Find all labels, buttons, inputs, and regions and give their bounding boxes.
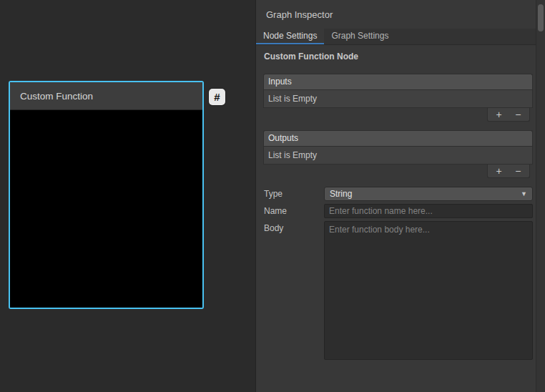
function-name-input[interactable] bbox=[324, 204, 533, 218]
custom-function-node[interactable]: Custom Function bbox=[9, 81, 204, 309]
inputs-list-footer: + − bbox=[263, 108, 533, 122]
type-label: Type bbox=[263, 189, 324, 199]
name-label: Name bbox=[263, 206, 324, 216]
outputs-list: Outputs List is Empty + − bbox=[263, 130, 533, 178]
type-field-row: Type String ▼ bbox=[263, 187, 533, 201]
inputs-empty-row: List is Empty bbox=[263, 89, 533, 108]
outputs-list-header: Outputs bbox=[263, 130, 533, 146]
inspector-header: Graph Inspector bbox=[256, 0, 545, 29]
scrollbar-thumb[interactable] bbox=[538, 4, 544, 31]
node-title: Custom Function bbox=[10, 82, 202, 110]
hash-badge-icon[interactable]: # bbox=[209, 89, 225, 105]
inspector-scrollbar[interactable] bbox=[536, 0, 545, 392]
graph-inspector-panel: Graph Inspector Node Settings Graph Sett… bbox=[255, 0, 545, 392]
body-label: Body bbox=[263, 221, 324, 233]
node-body bbox=[10, 110, 202, 308]
shader-graph-canvas[interactable]: Custom Function # Graph Inspector Node S… bbox=[0, 0, 545, 392]
chevron-down-icon: ▼ bbox=[521, 190, 527, 197]
inspector-title: Graph Inspector bbox=[266, 9, 333, 20]
outputs-add-button[interactable]: + bbox=[491, 165, 507, 177]
inspector-content: Custom Function Node Inputs List is Empt… bbox=[263, 46, 533, 392]
inspector-tabbar: Node Settings Graph Settings bbox=[256, 29, 545, 45]
inputs-list-header: Inputs bbox=[263, 74, 533, 89]
inputs-remove-button[interactable]: − bbox=[510, 109, 526, 121]
outputs-empty-row: List is Empty bbox=[263, 146, 533, 165]
inputs-add-button[interactable]: + bbox=[491, 109, 507, 121]
function-body-textarea[interactable] bbox=[324, 221, 533, 360]
node-settings-heading: Custom Function Node bbox=[264, 52, 533, 62]
type-dropdown-value: String bbox=[330, 189, 352, 199]
body-field-row: Body bbox=[263, 221, 533, 360]
outputs-list-footer: + − bbox=[263, 165, 533, 178]
tab-graph-settings[interactable]: Graph Settings bbox=[324, 29, 396, 44]
tab-node-settings[interactable]: Node Settings bbox=[256, 29, 324, 44]
type-dropdown[interactable]: String ▼ bbox=[324, 187, 533, 201]
outputs-remove-button[interactable]: − bbox=[510, 165, 526, 177]
inputs-list: Inputs List is Empty + − bbox=[263, 74, 533, 122]
name-field-row: Name bbox=[263, 204, 533, 218]
